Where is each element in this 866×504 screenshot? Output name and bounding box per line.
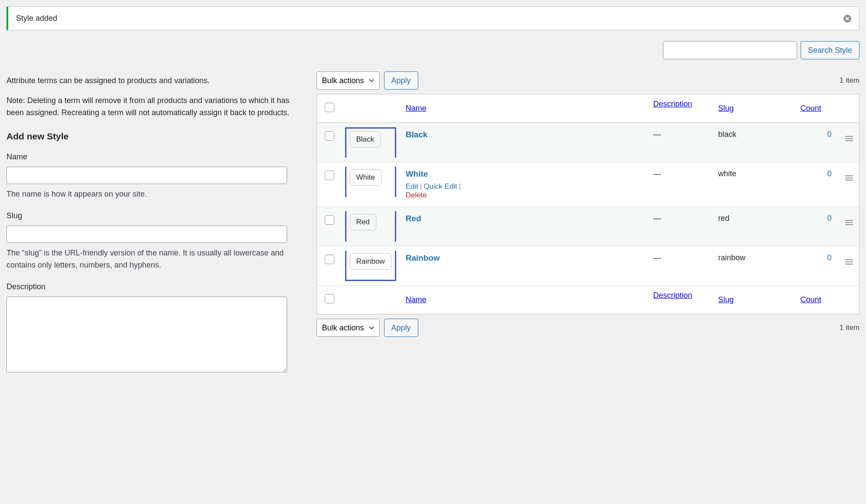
item-count-bottom: 1 item xyxy=(840,323,860,332)
name-help: The name is how it appears on your site. xyxy=(6,188,299,200)
table-row: WhiteWhiteEdit|Quick Edit|Delete—white0 xyxy=(317,162,860,207)
drag-handle-icon[interactable] xyxy=(845,259,853,265)
quick-edit-link[interactable]: Quick Edit xyxy=(423,182,457,191)
term-count-link[interactable]: 0 xyxy=(827,130,831,139)
term-count-link[interactable]: 0 xyxy=(827,214,831,223)
drag-handle-icon[interactable] xyxy=(845,220,853,225)
select-all-checkbox-top[interactable] xyxy=(325,103,334,112)
edit-link[interactable]: Edit xyxy=(406,182,418,191)
column-footer-name[interactable]: Name xyxy=(406,295,427,304)
description-label: Description xyxy=(6,281,299,293)
search-button[interactable]: Search Style xyxy=(801,41,860,59)
term-chip: Rainbow xyxy=(350,253,391,270)
column-footer-description[interactable]: Description xyxy=(653,291,692,300)
name-label: Name xyxy=(6,151,299,163)
name-field[interactable] xyxy=(6,167,287,184)
term-slug: rainbow xyxy=(712,246,795,286)
apply-button-bottom[interactable]: Apply xyxy=(384,319,418,337)
term-slug: red xyxy=(712,207,795,246)
table-row: RedRed—red0 xyxy=(317,207,860,246)
term-chip: White xyxy=(350,169,381,186)
term-name-link[interactable]: Rainbow xyxy=(406,253,440,262)
term-description: — xyxy=(647,123,712,162)
term-chip: Red xyxy=(350,214,376,230)
row-checkbox[interactable] xyxy=(325,255,334,264)
delete-link[interactable]: Delete xyxy=(406,191,427,199)
bulk-actions-select[interactable]: Bulk actions xyxy=(317,71,380,90)
column-header-description[interactable]: Description xyxy=(653,100,692,108)
notice-message: Style added xyxy=(16,14,57,23)
add-new-heading: Add new Style xyxy=(6,129,299,144)
intro-text-2: Note: Deleting a term will remove it fro… xyxy=(6,95,299,119)
column-footer-count[interactable]: Count xyxy=(801,295,821,304)
drag-handle-icon[interactable] xyxy=(845,175,853,181)
description-field[interactable] xyxy=(6,297,287,372)
term-count-link[interactable]: 0 xyxy=(827,169,831,178)
column-header-slug[interactable]: Slug xyxy=(718,104,734,113)
row-checkbox[interactable] xyxy=(325,131,334,141)
column-footer-slug[interactable]: Slug xyxy=(718,295,734,304)
bulk-actions-select-bottom[interactable]: Bulk actions xyxy=(317,319,380,337)
slug-help: The “slug” is the URL-friendly version o… xyxy=(6,247,299,271)
select-all-checkbox-bottom[interactable] xyxy=(325,294,334,304)
row-checkbox[interactable] xyxy=(325,215,334,225)
notice-success: Style added xyxy=(6,6,860,30)
item-count-top: 1 item xyxy=(840,76,860,85)
term-description: — xyxy=(647,246,712,286)
drag-handle-icon[interactable] xyxy=(845,136,853,141)
intro-text-1: Attribute terms can be assigned to produ… xyxy=(6,75,299,87)
term-description: — xyxy=(647,162,712,207)
column-header-name[interactable]: Name xyxy=(406,104,427,113)
term-name-link[interactable]: Black xyxy=(406,130,428,139)
term-description: — xyxy=(647,207,712,246)
table-row: BlackBlack—black0 xyxy=(317,123,860,162)
column-header-count[interactable]: Count xyxy=(801,104,821,113)
row-checkbox[interactable] xyxy=(325,171,334,180)
close-icon[interactable] xyxy=(843,15,851,23)
term-slug: white xyxy=(712,162,795,207)
term-chip: Black xyxy=(350,131,381,148)
term-count-link[interactable]: 0 xyxy=(827,253,831,262)
terms-table: Name Description Slug Count BlackBlack—b… xyxy=(317,94,860,314)
apply-button-top[interactable]: Apply xyxy=(384,71,418,90)
term-name-link[interactable]: Red xyxy=(406,214,421,223)
term-slug: black xyxy=(712,123,795,162)
row-actions: Edit|Quick Edit|Delete xyxy=(406,182,641,200)
table-row: RainbowRainbow—rainbow0 xyxy=(317,246,860,286)
search-input[interactable] xyxy=(663,41,797,59)
slug-label: Slug xyxy=(6,210,299,222)
term-name-link[interactable]: White xyxy=(406,169,428,178)
slug-field[interactable] xyxy=(6,226,287,243)
